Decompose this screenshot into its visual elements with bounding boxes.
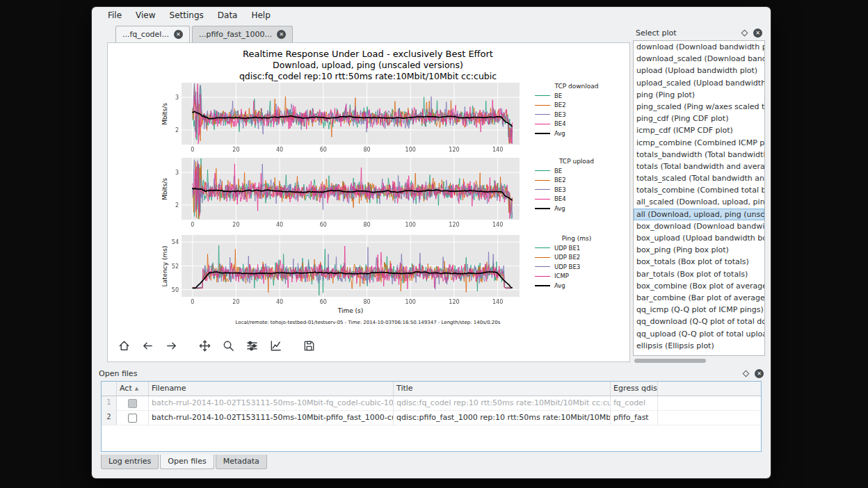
column-header-filename[interactable]: Filename xyxy=(149,382,394,396)
tab-open-files[interactable]: Open files xyxy=(160,455,214,469)
filler-cell xyxy=(658,396,761,411)
menubar: File View Settings Data Help xyxy=(92,7,771,24)
plot-list-item[interactable]: totals_bandwidth (Total bandwidth) xyxy=(634,149,764,161)
corner-header-cell xyxy=(102,382,117,396)
customize-plot-button[interactable] xyxy=(265,335,286,356)
forward-button[interactable] xyxy=(161,335,182,356)
plot-list-item[interactable]: ping (Ping plot) xyxy=(634,89,764,101)
legend-entry: BE xyxy=(531,166,622,176)
configure-subplots-button[interactable] xyxy=(241,335,262,356)
back-icon xyxy=(141,339,154,352)
pan-button[interactable] xyxy=(194,335,215,356)
select-plot-dock: Select plot ✕ download (Download bandwid… xyxy=(633,26,765,364)
menu-data[interactable]: Data xyxy=(211,8,244,22)
plot-list-item[interactable]: bar_combine (Bar plot of averages of sev… xyxy=(634,292,764,304)
plot-list-item[interactable]: all_scaled (Download, upload, ping (scal… xyxy=(634,196,764,208)
active-cell[interactable] xyxy=(117,411,149,425)
legend-entry: BE2 xyxy=(531,101,622,111)
plot-list-item[interactable]: box_combine (Box plot of averages of sev… xyxy=(634,280,764,292)
menu-settings[interactable]: Settings xyxy=(163,8,210,22)
figure-title: Realtime Response Under Load - exclusive… xyxy=(111,49,625,82)
legend-line-swatch xyxy=(535,257,550,258)
legend-download: TCP downloadBEBE2BE3BE4Avg xyxy=(531,83,622,138)
menu-help[interactable]: Help xyxy=(245,8,276,22)
column-header-act[interactable]: Act▲ xyxy=(117,382,149,396)
plot-list-item[interactable]: ping_cdf (Ping CDF plot) xyxy=(634,113,764,124)
plot-list-item[interactable]: upload (Upload bandwidth plot) xyxy=(634,65,764,76)
legend-line-swatch xyxy=(535,276,550,277)
plot-list-item[interactable]: download_scaled (Download bandwidth w/ax… xyxy=(634,53,764,65)
row-number: 1 xyxy=(102,396,117,411)
plot-list-item[interactable]: ping_scaled (Ping w/axes scaled to remov… xyxy=(634,101,764,113)
legend-entry: BE3 xyxy=(531,110,622,120)
tab-log-entries[interactable]: Log entries xyxy=(101,455,159,469)
plot-canvas-download[interactable] xyxy=(161,81,522,154)
legend-line-swatch xyxy=(535,247,550,248)
float-dock-icon[interactable] xyxy=(741,29,748,36)
column-header-qdisc[interactable]: Egress qdisc xyxy=(611,382,658,396)
legend-line-swatch xyxy=(535,189,550,190)
plot-list-item[interactable]: qq_icmp (Q-Q plot of ICMP pings) xyxy=(634,304,764,316)
legend-entry: BE2 xyxy=(531,176,622,186)
tab-metadata[interactable]: Metadata xyxy=(216,455,267,469)
active-cell[interactable] xyxy=(117,396,149,411)
sort-indicator-icon: ▲ xyxy=(135,386,138,391)
plot-list-item[interactable]: box_download (Download bandwidth box plo… xyxy=(634,220,764,232)
line-chart-icon xyxy=(269,339,282,352)
menu-view[interactable]: View xyxy=(129,8,161,22)
close-icon[interactable]: ✕ xyxy=(277,30,286,39)
figure-title-line2: Download, upload, ping (unscaled version… xyxy=(111,60,625,71)
scrollbar-thumb[interactable] xyxy=(634,359,706,363)
checkbox[interactable] xyxy=(128,414,137,423)
open-file-row[interactable]: 2batch-rrul-2014-10-02T153111-50ms-10Mbi… xyxy=(102,411,761,425)
plot-list-item[interactable]: download (Download bandwidth plot) xyxy=(634,41,764,53)
plot-list-item[interactable]: qq_upload (Q-Q plot of total upload band… xyxy=(634,328,764,340)
tab-fq-codel[interactable]: ...fq_codel... ✕ xyxy=(115,26,190,42)
filename-cell: batch-rrul-2014-10-02T153111-50ms-10Mbit… xyxy=(149,411,394,425)
legend-label: BE3 xyxy=(554,186,566,193)
legend-upload: TCP uploadBEBE2BE3BE4Avg xyxy=(531,158,622,213)
checkbox[interactable] xyxy=(128,399,137,408)
plot-list-item[interactable]: icmp_combine (Combined ICMP ping plot) xyxy=(634,137,764,149)
select-plot-title: Select plot xyxy=(636,29,742,38)
zoom-button[interactable] xyxy=(218,335,239,356)
column-header-title[interactable]: Title xyxy=(394,382,611,396)
filename-cell: batch-rrul-2014-10-02T153111-50ms-10Mbit… xyxy=(149,396,394,411)
plot-list-item[interactable]: ellipsis (Ellipsis plot) xyxy=(634,340,764,352)
plot-list-item[interactable]: bar_totals (Box plot of totals) xyxy=(634,268,764,280)
plot-list-item[interactable]: box_ping (Ping box plot) xyxy=(634,244,764,256)
plot-list-item[interactable]: qq_download (Q-Q plot of total download … xyxy=(634,316,764,327)
plot-list-item[interactable]: totals_scaled (Total bandwidth and avera… xyxy=(634,172,764,184)
legend-title: Ping (ms) xyxy=(531,235,622,242)
float-dock-icon[interactable] xyxy=(743,370,750,377)
plot-canvas-upload[interactable] xyxy=(161,156,522,229)
title-cell: qdisc:pfifo_fast_1000 rep:10 rtt:50ms ra… xyxy=(394,411,611,425)
open-files-rows: 1batch-rrul-2014-10-02T153111-50ms-10Mbi… xyxy=(102,396,761,425)
plot-list-item[interactable]: upload_scaled (Upload bandwidth w/axes s… xyxy=(634,77,764,89)
plot-list-item[interactable]: box_totals (Box plot of totals) xyxy=(634,256,764,268)
plot-list-item[interactable]: box_upload (Upload bandwidth box plot) xyxy=(634,232,764,244)
horizontal-scrollbar[interactable] xyxy=(633,358,765,364)
home-button[interactable] xyxy=(113,335,134,356)
legend-title: TCP download xyxy=(531,83,622,90)
plot-canvas-ping[interactable] xyxy=(161,234,522,306)
close-icon[interactable]: ✕ xyxy=(755,369,764,378)
plot-list-item[interactable]: totals (Total bandwidth and average ping… xyxy=(634,161,764,172)
save-button[interactable] xyxy=(298,335,319,356)
open-file-row[interactable]: 1batch-rrul-2014-10-02T153111-50ms-10Mbi… xyxy=(102,396,761,411)
plot-list-item[interactable]: all (Download, upload, ping (unscaled ve… xyxy=(634,209,764,220)
legend-label: Avg xyxy=(554,282,565,289)
legend-line-swatch xyxy=(535,285,550,286)
plot-list-item[interactable]: totals_combine (Combined total bandwidth… xyxy=(634,184,764,196)
close-icon[interactable]: ✕ xyxy=(174,30,183,39)
menu-file[interactable]: File xyxy=(102,8,128,22)
legend-line-swatch xyxy=(535,105,550,106)
tab-pfifo-fast[interactable]: ...pfifo_fast_1000... ✕ xyxy=(192,26,293,42)
plot-toolbar xyxy=(113,332,322,359)
close-icon[interactable]: ✕ xyxy=(753,29,762,38)
title-cell: qdisc:fq_codel rep:10 rtt:50ms rate:10Mb… xyxy=(394,396,611,411)
legend-line-swatch xyxy=(535,95,550,96)
back-button[interactable] xyxy=(137,335,158,356)
legend-entry: Avg xyxy=(531,281,622,291)
plot-list-item[interactable]: icmp_cdf (ICMP CDF plot) xyxy=(634,124,764,136)
